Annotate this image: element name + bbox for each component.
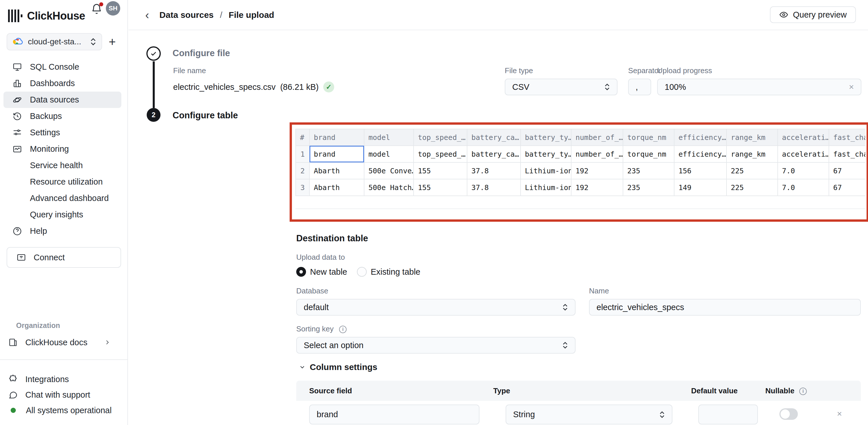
integrations-link[interactable]: Integrations [8,371,122,387]
data-preview-table: # brand model top_speed_… battery_ca… ba… [296,129,865,211]
cell[interactable]: battery_ty… [521,146,571,162]
cell[interactable]: range_km [726,146,778,162]
cell[interactable]: 156 [674,162,726,179]
cell[interactable]: 192 [571,179,623,196]
sidebar-item-sql-console[interactable]: SQL Console [3,59,121,75]
cell[interactable]: 37.8 [467,162,521,179]
sorting-key-select[interactable]: Select an option [296,337,576,353]
cell[interactable]: model [364,146,413,162]
sidebar-item-label: Help [30,226,47,236]
cell[interactable]: 67 [829,179,865,196]
col-header: model [364,129,413,146]
col-header: range_km [726,129,778,146]
table-name-input[interactable]: electric_vehicles_specs [589,299,861,316]
cell[interactable]: top_speed_… [413,146,467,162]
cell[interactable]: 7.0 [778,179,829,196]
sidebar-item-label: Service health [30,161,83,170]
chat-support-link[interactable]: Chat with support [8,387,122,402]
column-settings-row: brand String × [296,401,861,425]
sidebar-item-dashboards[interactable]: Dashboards [3,75,121,91]
file-size-text: (86.21 kB) [280,82,319,92]
clear-upload-icon[interactable]: × [849,82,854,92]
sorting-key-label-text: Sorting key [296,324,334,333]
sidebar-item-resource-utilization[interactable]: Resource utilization [3,174,121,190]
sidebar-item-advanced-dashboard[interactable]: Advanced dashboard [3,190,121,206]
cell[interactable]: Abarth [309,162,364,179]
clickhouse-logo-icon [8,9,23,22]
cell[interactable]: efficiency… [674,146,726,162]
cell[interactable]: accelerati… [778,146,829,162]
default-value-input[interactable] [698,404,758,424]
selected-cell[interactable]: brand [309,146,364,162]
cell[interactable]: number_of_… [571,146,623,162]
cell[interactable]: 149 [674,179,726,196]
nullable-toggle[interactable] [779,408,798,420]
file-type-select[interactable]: CSV [505,79,618,95]
column-settings-toggle[interactable]: Column settings [299,362,377,372]
main-content: 2 Configure file File name electric_vehi… [129,30,868,425]
sidebar-item-label: Resource utilization [30,177,103,187]
col-header: # [296,129,309,146]
app-title: ClickHouse [27,10,85,22]
radio-existing-table[interactable]: Existing table [357,267,421,277]
cell[interactable]: 500e Conve… [364,162,413,179]
docs-label: ClickHouse docs [25,338,87,347]
avatar[interactable]: SH [106,1,120,16]
sidebar-item-query-insights[interactable]: Query insights [3,206,121,223]
cell[interactable]: 155 [413,179,467,196]
remove-column-icon[interactable]: × [837,409,842,419]
radio-new-table-label: New table [310,267,347,277]
radio-new-table[interactable]: New table [296,267,347,277]
col-header: number_of_… [571,129,623,146]
cell[interactable]: 192 [571,162,623,179]
sidebar-item-settings[interactable]: Settings [3,124,121,141]
notifications-button[interactable] [91,2,104,16]
add-service-button[interactable]: + [109,36,116,48]
row-number: 2 [296,162,309,179]
sidebar-item-label: Data sources [30,95,79,105]
database-select[interactable]: default [296,299,576,316]
cell[interactable]: 225 [726,162,778,179]
back-chevron-icon[interactable]: ‹ [145,9,149,21]
type-select[interactable]: String [506,404,673,424]
cell[interactable]: 500e Hatch… [364,179,413,196]
service-selector[interactable]: cloud-get-sta... [7,33,102,50]
updown-chevron-icon [562,341,568,349]
upload-progress-label: Upload progress [657,66,712,75]
col-header: battery_ca… [467,129,521,146]
query-preview-button[interactable]: Query preview [770,6,856,23]
sidebar-item-label: Settings [30,128,60,137]
connect-button[interactable]: Connect [7,247,121,268]
type-header: Type [493,387,691,395]
cell[interactable]: Abarth [309,179,364,196]
cell[interactable]: Lithium-ion [521,162,571,179]
cell[interactable]: 67 [829,162,865,179]
chevron-right-icon [104,339,111,345]
sidebar-item-service-health[interactable]: Service health [3,157,121,174]
cell[interactable]: 155 [413,162,467,179]
sidebar-item-help[interactable]: Help [3,223,121,239]
source-field-input[interactable]: brand [309,404,479,424]
cell[interactable]: fast_cha [829,146,865,162]
sidebar-item-data-sources[interactable]: Data sources [3,91,121,108]
sidebar-item-backups[interactable]: Backups [3,108,121,124]
sidebar-item-monitoring[interactable]: Monitoring [3,141,121,157]
separator-input[interactable]: , [628,79,651,95]
cell[interactable]: 225 [726,179,778,196]
cell[interactable]: 235 [623,179,674,196]
cell[interactable]: torque_nm [623,146,674,162]
cell[interactable]: 37.8 [467,179,521,196]
sidebar-item-label: Query insights [30,210,83,219]
cell[interactable]: Lithium-ion [521,179,571,196]
breadcrumb-data-sources[interactable]: Data sources [159,10,213,20]
radio-selected-icon [296,267,306,277]
upload-progress-bar: 100% × [657,79,861,95]
clickhouse-docs-link[interactable]: ClickHouse docs [8,334,120,351]
table-row: 1 brand model top_speed_… battery_ca… ba… [296,146,865,162]
file-type-label: File type [505,66,533,75]
cell[interactable]: battery_ca… [467,146,521,162]
gcp-cloud-icon [12,37,23,46]
cell[interactable]: 235 [623,162,674,179]
cell[interactable]: 7.0 [778,162,829,179]
system-status[interactable]: All systems operational [8,402,122,418]
